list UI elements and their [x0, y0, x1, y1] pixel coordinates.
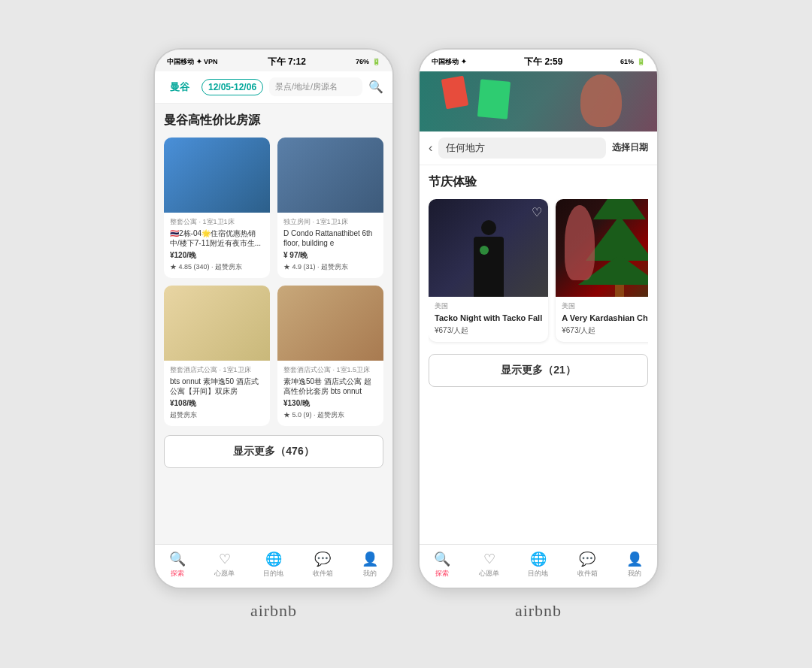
nav-item-destination-right[interactable]: 🌐 目的地 — [528, 551, 548, 579]
date-select-button[interactable]: 选择日期 — [612, 141, 648, 154]
nav-item-inbox-right[interactable]: 💬 收件箱 — [577, 551, 598, 579]
right-battery-icon: 🔋 — [637, 58, 645, 65]
right-status-bar: 中国移动 ✦ 下午 2:59 61% 🔋 — [420, 50, 657, 71]
listing-name-2: D Condo Rattanathibet 6th floor, buildin… — [283, 228, 377, 248]
inbox-label-left: 收件箱 — [313, 569, 333, 579]
left-app-label: airbnb — [250, 601, 297, 621]
wishlist-icon-right: ♡ — [483, 551, 495, 567]
listing-rating-3: 超赞房东 — [170, 410, 264, 420]
nav-item-profile-right[interactable]: 👤 我的 — [626, 551, 643, 579]
exp-name-2: A Very Kardashian Christmas — [562, 313, 648, 323]
left-section-title: 曼谷高性价比房源 — [164, 113, 383, 128]
listing-rating-4: ★ 5.0 (9) · 超赞房东 — [283, 410, 377, 420]
exp-card-1[interactable]: ♡ 美国 Tacko Night with Tacko Fall ¥673/人起 — [429, 199, 548, 342]
listing-card-4[interactable]: 整套酒店式公寓 · 1室1.5卫床 素坤逸50巷 酒店式公寓 超高性价比套房 b… — [277, 286, 383, 426]
profile-icon-left: 👤 — [362, 551, 378, 567]
search-button[interactable]: 🔍 — [368, 80, 383, 94]
tree-middle — [586, 216, 648, 261]
exp-price-1: ¥673/人起 — [435, 325, 542, 336]
left-status-bar: 中国移动 ✦ VPN 下午 7:12 76% 🔋 — [155, 50, 392, 71]
profile-icon-right: 👤 — [626, 551, 643, 567]
person-figure — [466, 214, 511, 297]
left-status-icons: 76% 🔋 — [356, 58, 380, 65]
left-phone: 中国移动 ✦ VPN 下午 7:12 76% 🔋 曼谷 12/05-12/06 … — [153, 48, 394, 589]
exp-card-2[interactable]: ♡ 美国 A Very Kardashian Christmas ¥673/人起 — [556, 199, 648, 342]
listing-image-4 — [277, 286, 383, 361]
right-battery-text: 61% — [620, 58, 634, 65]
exp-image-1: ♡ — [429, 199, 548, 297]
left-time: 下午 7:12 — [268, 56, 306, 68]
right-search-bar[interactable]: ‹ 任何地方 选择日期 — [420, 131, 657, 165]
city-tab[interactable]: 曼谷 — [164, 77, 195, 97]
listing-image-1 — [164, 138, 270, 213]
head — [481, 220, 496, 235]
nav-item-wishlist-right[interactable]: ♡ 心愿单 — [479, 551, 499, 579]
destination-icon-right: 🌐 — [530, 551, 547, 567]
nav-item-wishlist-left[interactable]: ♡ 心愿单 — [214, 551, 235, 579]
wishlist-label-left: 心愿单 — [214, 569, 235, 579]
right-carrier: 中国移动 ✦ — [432, 57, 467, 67]
explore-icon-right: 🔍 — [434, 551, 450, 567]
listing-rating-1: ★ 4.85 (340) · 超赞房东 — [170, 262, 264, 272]
exp-price-2: ¥673/人起 — [562, 325, 648, 336]
back-button[interactable]: ‹ — [429, 141, 432, 155]
left-bottom-nav: 🔍 探索 ♡ 心愿单 🌐 目的地 💬 收件箱 👤 我的 — [155, 544, 392, 588]
search-location-input[interactable]: 景点/地址/房源名 — [269, 77, 362, 96]
profile-label-right: 我的 — [628, 569, 641, 579]
listing-price-1: ¥120/晚 — [170, 250, 264, 261]
listing-card-1[interactable]: 整套公寓 · 1室1卫1床 🇹🇭2栋-04🌟住宿优惠热销中/楼下7-11附近有夜… — [164, 138, 270, 278]
right-bottom-nav: 🔍 探索 ♡ 心愿单 🌐 目的地 💬 收件箱 👤 我的 — [420, 544, 657, 588]
left-show-more-button[interactable]: 显示更多（476） — [164, 435, 383, 468]
body — [474, 237, 504, 297]
right-status-icons: 61% 🔋 — [620, 58, 645, 65]
listing-type-1: 整套公寓 · 1室1卫1床 — [170, 217, 264, 227]
person-silhouette-2 — [565, 205, 595, 280]
listing-price-4: ¥130/晚 — [283, 398, 377, 409]
date-tab[interactable]: 12/05-12/06 — [201, 79, 263, 95]
right-app-label: airbnb — [515, 601, 562, 621]
exp-country-2: 美国 — [562, 301, 648, 311]
nav-item-explore-left[interactable]: 🔍 探索 — [169, 551, 186, 579]
shamrock — [480, 246, 489, 255]
right-section-title: 节庆体验 — [429, 174, 648, 190]
wishlist-label-right: 心愿单 — [479, 569, 499, 579]
exp-wishlist-btn-1[interactable]: ♡ — [532, 205, 542, 219]
nav-item-destination-left[interactable]: 🌐 目的地 — [263, 551, 283, 579]
exp-country-1: 美国 — [435, 301, 542, 311]
listing-type-4: 整套酒店式公寓 · 1室1.5卫床 — [283, 365, 377, 375]
listing-type-3: 整套酒店式公寓 · 1室1卫床 — [170, 365, 264, 375]
listing-price-3: ¥108/晚 — [170, 398, 264, 409]
inbox-icon-right: 💬 — [579, 551, 595, 567]
listing-image-2 — [277, 138, 383, 213]
left-search-bar[interactable]: 曼谷 12/05-12/06 景点/地址/房源名 🔍 — [155, 71, 392, 104]
listing-info-2: 独立房间 · 1室1卫1床 D Condo Rattanathibet 6th … — [277, 213, 383, 278]
face-decoration — [580, 74, 622, 127]
listing-type-2: 独立房间 · 1室1卫1床 — [283, 217, 377, 227]
location-search-input[interactable]: 任何地方 — [438, 138, 606, 159]
exp-name-1: Tacko Night with Tacko Fall — [435, 313, 542, 323]
listing-info-3: 整套酒店式公寓 · 1室1卫床 bts onnut 素坤逸50 酒店式公寓【开间… — [164, 361, 270, 426]
right-show-more-button[interactable]: 显示更多（21） — [429, 354, 648, 387]
listing-name-1: 🇹🇭2栋-04🌟住宿优惠热销中/楼下7-11附近有夜市生... — [170, 228, 264, 248]
listing-info-4: 整套酒店式公寓 · 1室1.5卫床 素坤逸50巷 酒店式公寓 超高性价比套房 b… — [277, 361, 383, 426]
destination-label-right: 目的地 — [528, 569, 548, 579]
nav-item-profile-left[interactable]: 👤 我的 — [362, 551, 378, 579]
explore-label-right: 探索 — [435, 569, 449, 579]
nav-item-inbox-left[interactable]: 💬 收件箱 — [313, 551, 333, 579]
listing-grid: 整套公寓 · 1室1卫1床 🇹🇭2栋-04🌟住宿优惠热销中/楼下7-11附近有夜… — [164, 138, 383, 426]
explore-label-left: 探索 — [171, 569, 184, 579]
listing-card-3[interactable]: 整套酒店式公寓 · 1室1卫床 bts onnut 素坤逸50 酒店式公寓【开间… — [164, 286, 270, 426]
profile-label-left: 我的 — [363, 569, 377, 579]
listing-info-1: 整套公寓 · 1室1卫1床 🇹🇭2栋-04🌟住宿优惠热销中/楼下7-11附近有夜… — [164, 213, 270, 278]
listing-card-2[interactable]: 独立房间 · 1室1卫1床 D Condo Rattanathibet 6th … — [277, 138, 383, 278]
listing-image-3 — [164, 286, 270, 361]
left-phone-wrapper: 中国移动 ✦ VPN 下午 7:12 76% 🔋 曼谷 12/05-12/06 … — [153, 48, 394, 621]
tree-trunk — [615, 285, 624, 297]
listing-rating-2: ★ 4.9 (31) · 超赞房东 — [283, 262, 377, 272]
nav-item-explore-right[interactable]: 🔍 探索 — [434, 551, 450, 579]
listing-name-4: 素坤逸50巷 酒店式公寓 超高性价比套房 bts onnut — [283, 376, 377, 396]
header-banner-image — [420, 71, 657, 131]
listing-price-2: ¥ 97/晚 — [283, 250, 377, 261]
experiences-section: 节庆体验 ♡ — [429, 174, 648, 345]
right-content: 节庆体验 ♡ — [420, 165, 657, 544]
